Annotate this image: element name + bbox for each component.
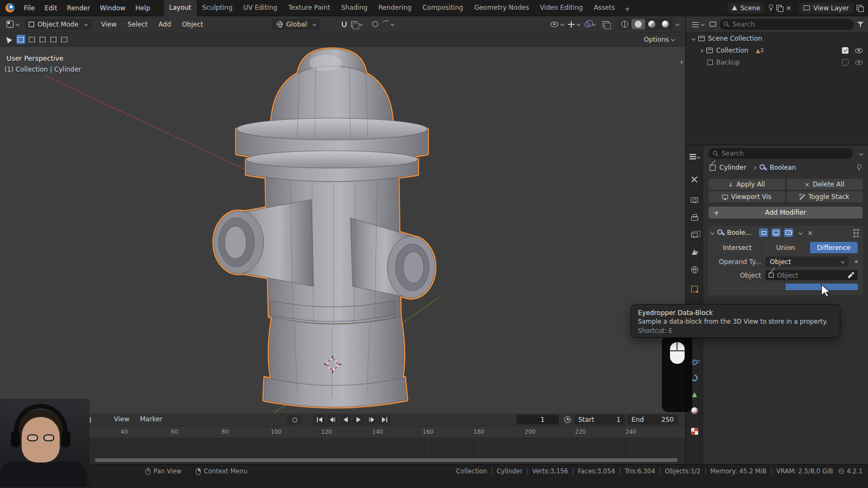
horizontal-scrollbar[interactable]: [95, 458, 678, 462]
toggle-stack-button[interactable]: Toggle Stack: [787, 191, 863, 202]
solver-fast-partial[interactable]: [713, 284, 786, 290]
play-reverse-button[interactable]: [340, 415, 351, 425]
overlays-dropdown[interactable]: [582, 20, 597, 29]
blender-logo-icon[interactable]: [5, 3, 15, 12]
outliner-row-collection[interactable]: Collection ▲ 2: [686, 44, 868, 56]
tab-render[interactable]: [688, 194, 700, 206]
outliner-row-backup[interactable]: Backup: [686, 56, 868, 68]
proportional-falloff-dropdown[interactable]: [380, 20, 396, 29]
properties-editor-type[interactable]: [688, 151, 700, 163]
sidebar-collapse-icon[interactable]: ‹: [680, 57, 683, 66]
add-modifier-button[interactable]: + Add Modifier: [709, 207, 863, 219]
tab-rendering[interactable]: Rendering: [373, 0, 417, 16]
previous-keyframe-button[interactable]: [327, 415, 338, 425]
collection-checkbox[interactable]: [842, 47, 848, 54]
current-frame-field[interactable]: 1: [516, 415, 559, 425]
frame-end-field[interactable]: End 250: [627, 415, 678, 425]
tab-view-layer[interactable]: [688, 229, 700, 241]
intersect-button[interactable]: Intersect: [713, 242, 762, 253]
modifier-name[interactable]: Boole...: [727, 229, 751, 236]
menu-window[interactable]: Window: [95, 0, 130, 16]
new-view-layer-icon[interactable]: [857, 5, 863, 11]
tab-video-editing[interactable]: Video Editing: [534, 0, 588, 16]
viewport-vis-button[interactable]: Viewport Vis: [709, 191, 785, 202]
tab-compositing[interactable]: Compositing: [417, 0, 469, 16]
display-mode-icon[interactable]: [710, 22, 716, 27]
menu-select[interactable]: Select: [122, 21, 153, 28]
delete-all-button[interactable]: ×Delete All: [787, 179, 863, 190]
jump-to-start-button[interactable]: [314, 415, 325, 425]
tab-texture-paint[interactable]: Texture Paint: [283, 0, 335, 16]
tab-uv-editing[interactable]: UV Editing: [238, 0, 283, 16]
tab-world[interactable]: [688, 264, 700, 275]
edit-mode-toggle[interactable]: [759, 228, 768, 237]
panel-expand-icon[interactable]: [711, 230, 714, 234]
select-mode-subtract-button[interactable]: [38, 35, 47, 44]
hide-viewport-eye-icon[interactable]: [855, 60, 863, 65]
select-mode-new-button[interactable]: [16, 35, 25, 44]
menu-object[interactable]: Object: [176, 21, 208, 28]
menu-file[interactable]: File: [19, 0, 40, 16]
close-modifier-icon[interactable]: ×: [807, 229, 813, 236]
breadcrumb-modifier[interactable]: Boolean: [770, 164, 796, 171]
view-layer-selector[interactable]: View Layer: [799, 3, 853, 14]
tab-tool[interactable]: [688, 174, 700, 185]
jump-to-end-button[interactable]: [379, 415, 390, 425]
delete-scene-icon[interactable]: ×: [786, 4, 792, 11]
pin-icon[interactable]: [768, 4, 773, 11]
drag-handle-icon[interactable]: [853, 229, 856, 231]
tab-assets[interactable]: Assets: [588, 0, 620, 16]
tab-texture[interactable]: [688, 425, 700, 437]
eyedropper-icon[interactable]: [847, 272, 854, 279]
menu-render[interactable]: Render: [62, 0, 95, 16]
fire-hydrant-model[interactable]: [214, 49, 435, 407]
realtime-toggle[interactable]: [771, 228, 781, 237]
next-keyframe-button[interactable]: [366, 415, 377, 425]
tab-output[interactable]: [688, 211, 700, 223]
solver-switch-partial[interactable]: [713, 284, 858, 290]
active-tool-cursor-icon[interactable]: [4, 35, 12, 43]
timeline-tracks[interactable]: [0, 438, 685, 457]
tab-geometry-nodes[interactable]: Geometry Nodes: [469, 0, 534, 16]
editor-type-selector[interactable]: [4, 20, 21, 29]
tab-shading[interactable]: Shading: [336, 0, 373, 16]
properties-search-input[interactable]: [709, 148, 853, 159]
new-scene-icon[interactable]: [776, 5, 782, 11]
transform-orientation-dropdown[interactable]: Global: [272, 19, 320, 30]
operand-type-dropdown[interactable]: Object: [765, 256, 848, 267]
mode-dropdown[interactable]: Object Mode: [24, 19, 92, 30]
snap-toggle[interactable]: [340, 20, 349, 29]
backup-checkbox[interactable]: [842, 59, 848, 66]
add-workspace-button[interactable]: +: [620, 3, 634, 16]
select-mode-intersect-button[interactable]: [60, 35, 69, 44]
disclosure-icon[interactable]: [692, 36, 695, 40]
tab-layout[interactable]: Layout: [164, 0, 197, 16]
viewport-3d-scene[interactable]: [0, 47, 685, 413]
object-picker-field[interactable]: Object: [765, 270, 858, 280]
difference-button[interactable]: Difference: [810, 242, 858, 253]
pin-id-icon[interactable]: [856, 164, 861, 171]
tab-scene[interactable]: [688, 246, 700, 258]
disclosure-icon[interactable]: [699, 48, 703, 52]
shading-options-chevron-icon[interactable]: [675, 22, 679, 26]
frame-start-field[interactable]: Start 1: [574, 415, 625, 425]
menu-timeline-view[interactable]: View: [114, 415, 129, 423]
properties-options-chevron-icon[interactable]: [859, 151, 863, 155]
filter-icon[interactable]: [857, 21, 864, 28]
shading-solid-button[interactable]: [631, 19, 645, 29]
auto-keying-button[interactable]: [286, 415, 303, 425]
viewport-canvas[interactable]: User Perspective (1) Collection | Cylind…: [0, 47, 685, 413]
shading-rendered-button[interactable]: [659, 19, 672, 29]
menu-help[interactable]: Help: [130, 0, 155, 16]
union-button[interactable]: Union: [762, 242, 810, 253]
hide-viewport-eye-icon[interactable]: [855, 48, 863, 53]
proportional-edit-toggle[interactable]: [370, 20, 380, 29]
outliner-row-scene-collection[interactable]: Scene Collection: [686, 33, 868, 44]
modifier-extras-chevron-icon[interactable]: [799, 230, 802, 234]
play-button[interactable]: [353, 415, 364, 425]
menu-view[interactable]: View: [96, 21, 122, 28]
shading-material-button[interactable]: [645, 19, 659, 29]
animate-decorator-icon[interactable]: [855, 260, 858, 263]
tab-sculpting[interactable]: Sculpting: [197, 0, 238, 16]
render-toggle[interactable]: [784, 228, 793, 237]
